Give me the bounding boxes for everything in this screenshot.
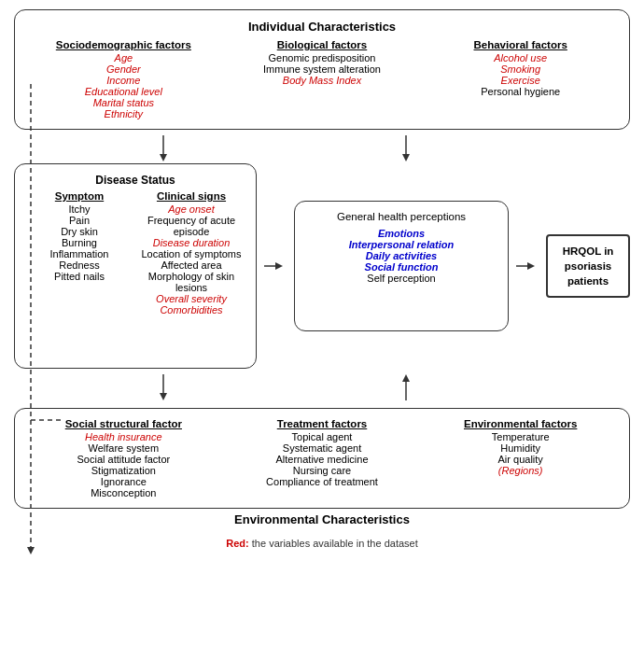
individual-inner: Sociodemographic factors Age Gender Inco… <box>28 39 616 119</box>
ghp-daily: Daily activities <box>308 250 495 261</box>
diagram-wrapper: Individual Characteristics Sociodemograp… <box>14 9 630 530</box>
arrow-disease-ghp <box>264 257 287 275</box>
social-title: Social structural factor <box>28 418 219 429</box>
clinical-comorbidities: Comorbidities <box>140 304 243 315</box>
social-ignorance: Ignorance <box>28 476 219 487</box>
arrows-svg-1 <box>14 135 630 163</box>
env-humidity: Humidity <box>425 442 616 454</box>
clinical-title: Clinical signs <box>140 190 243 202</box>
treatment-title: Treatment factors <box>227 418 418 429</box>
behavioral-alcohol: Alcohol use <box>425 52 616 63</box>
socio-gender: Gender <box>28 63 219 75</box>
individual-title: Individual Characteristics <box>28 20 616 34</box>
socio-title: Sociodemographic factors <box>28 39 219 50</box>
social-welfare: Welfare system <box>28 442 219 454</box>
symptom-title: Symptom <box>28 190 131 202</box>
symptom-pain: Pain <box>28 215 131 226</box>
envfactors-col: Environmental factors Temperature Humidi… <box>425 418 616 498</box>
svg-marker-1 <box>160 154 167 161</box>
clinical-location: Location of symptoms <box>140 248 243 259</box>
envfactors-title: Environmental factors <box>425 418 616 429</box>
hrqol-box: HRQOL inpsoriasispatients <box>546 234 630 298</box>
disease-inner: Symptom Itchy Pain Dry skin Burning Infl… <box>28 190 243 315</box>
ghp-title: General health perceptions <box>308 211 495 222</box>
ghp-social: Social function <box>308 261 495 273</box>
env-airquality: Air quality <box>425 454 616 465</box>
svg-marker-13 <box>27 547 35 554</box>
treatment-compliance: Compliance of treatment <box>227 476 418 487</box>
symptom-redness: Redness <box>28 259 131 271</box>
bottom-note: Red: the variables available in the data… <box>226 538 417 549</box>
symptom-dryskin: Dry skin <box>28 226 131 237</box>
env-characteristics-label: Environmental Characteristics <box>14 512 630 526</box>
symptom-pitted: Pitted nails <box>28 271 131 282</box>
env-temperature: Temperature <box>425 431 616 442</box>
clinical-col: Clinical signs Age onset Frequency of ac… <box>140 190 243 315</box>
symptom-burning: Burning <box>28 237 131 248</box>
arrow-area-2 <box>14 374 630 402</box>
behavioral-title: Behavioral factors <box>425 39 616 50</box>
svg-marker-3 <box>402 154 410 161</box>
behavioral-exercise: Exercise <box>425 75 616 86</box>
svg-marker-11 <box>402 374 410 382</box>
bio-title: Biological factors <box>227 39 418 50</box>
clinical-freq: Frequency of acute episode <box>140 215 243 237</box>
treatment-nursing: Nursing care <box>227 465 418 476</box>
social-attitude: Social attitude factor <box>28 454 219 465</box>
social-insurance: Health insurance <box>28 431 219 442</box>
ghp-interpersonal: Interpersonal relation <box>308 239 495 250</box>
social-stigma: Stigmatization <box>28 465 219 476</box>
ghp-items: Emotions Interpersonal relation Daily ac… <box>308 228 495 284</box>
behavioral-hygiene: Personal hygiene <box>425 86 616 97</box>
arrow-area-1 <box>14 135 630 163</box>
symptom-itchy: Itchy <box>28 203 131 215</box>
bottom-note-text: the variables available in the dataset <box>252 538 418 549</box>
middle-section: Disease Status Symptom Itchy Pain Dry sk… <box>14 163 630 369</box>
env-inner: Social structural factor Health insuranc… <box>28 418 616 498</box>
treatment-topical: Topical agent <box>227 431 418 442</box>
arrow-right-svg <box>264 257 287 275</box>
env-regions: (Regions) <box>425 465 616 476</box>
socio-marital: Marital status <box>28 97 219 108</box>
svg-marker-5 <box>275 262 283 270</box>
ghp-emotions: Emotions <box>308 228 495 239</box>
clinical-severity: Overall severity <box>140 293 243 304</box>
symptom-inflammation: Inflammation <box>28 248 131 259</box>
treatment-systematic: Systematic agent <box>227 442 418 454</box>
arrow-right-svg-2 <box>516 257 539 275</box>
socio-col: Sociodemographic factors Age Gender Inco… <box>28 39 219 119</box>
behavioral-smoking: Smoking <box>425 63 616 75</box>
socio-income: Income <box>28 75 219 86</box>
individual-characteristics-box: Individual Characteristics Sociodemograp… <box>14 9 630 130</box>
bio-col: Biological factors Genomic predispositio… <box>227 39 418 119</box>
hrqol-text: HRQOL inpsoriasispatients <box>563 245 614 287</box>
ghp-self: Self perception <box>308 273 495 284</box>
clinical-affected: Affected area <box>140 259 243 271</box>
arrow-ghp-hrqol <box>516 257 539 275</box>
treatment-col: Treatment factors Topical agent Systemat… <box>227 418 418 498</box>
ghp-box: General health perceptions Emotions Inte… <box>294 201 509 331</box>
bio-bmi: Body Mass Index <box>227 75 418 86</box>
svg-marker-9 <box>160 393 167 400</box>
socio-ethnicity: Ethnicity <box>28 108 219 119</box>
symptom-col: Symptom Itchy Pain Dry skin Burning Infl… <box>28 190 131 315</box>
social-misconception: Misconception <box>28 487 219 498</box>
behavioral-col: Behavioral factors Alcohol use Smoking E… <box>425 39 616 119</box>
treatment-alternative: Alternative medicine <box>227 454 418 465</box>
clinical-duration: Disease duration <box>140 237 243 248</box>
env-box: Social structural factor Health insuranc… <box>14 408 630 509</box>
disease-title: Disease Status <box>28 174 243 187</box>
bottom-note-red: Red: <box>226 538 248 549</box>
bio-genomic: Genomic predisposition <box>227 52 418 63</box>
bio-immune: Immune system alteration <box>227 63 418 75</box>
disease-box: Disease Status Symptom Itchy Pain Dry sk… <box>14 163 257 369</box>
svg-marker-7 <box>527 262 535 270</box>
clinical-age: Age onset <box>140 203 243 215</box>
socio-age: Age <box>28 52 219 63</box>
arrows-svg-2 <box>14 374 630 402</box>
clinical-morphology: Morphology of skin lesions <box>140 271 243 293</box>
social-col: Social structural factor Health insuranc… <box>28 418 219 498</box>
socio-edu: Educational level <box>28 86 219 97</box>
